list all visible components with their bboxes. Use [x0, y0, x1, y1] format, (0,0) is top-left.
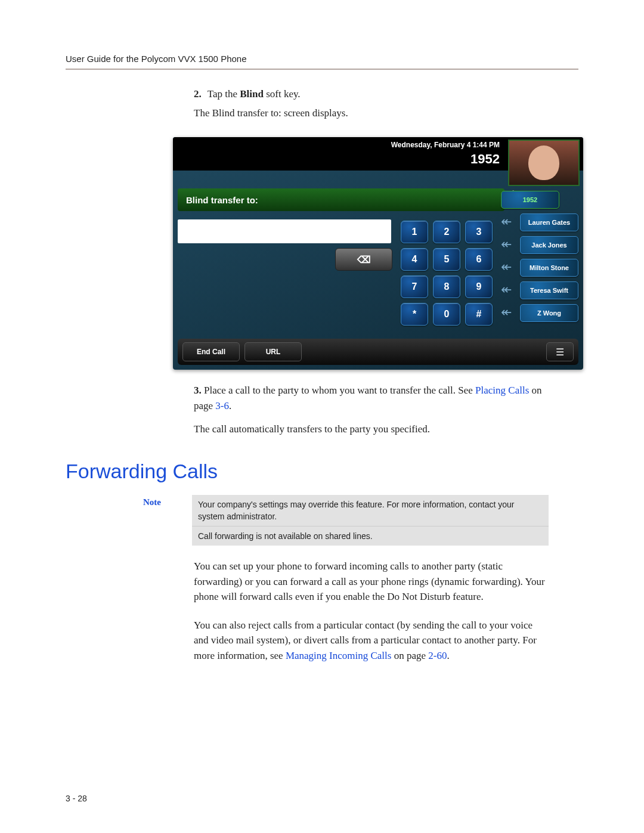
placing-calls-link[interactable]: Placing Calls [475, 385, 529, 396]
side-contact-button[interactable]: Z Wong [520, 304, 578, 322]
forwarding-para-1: You can set up your phone to forward inc… [194, 559, 549, 605]
arrow-icon [501, 306, 516, 320]
side-buttons: 1952 Lauren Gates Jack Jones Milton Ston… [501, 191, 578, 322]
placing-calls-page[interactable]: 3-6 [215, 400, 229, 411]
step-text-pre: Tap the [208, 88, 240, 100]
key-2[interactable]: 2 [433, 221, 460, 243]
arrow-icon [501, 283, 516, 298]
section-heading-forwarding-calls: Forwarding Calls [66, 460, 578, 483]
step-number: 2. [194, 88, 202, 100]
step-substep: The Blind transfer to: screen displays. [194, 106, 549, 121]
dial-input[interactable] [178, 219, 391, 243]
note-body: Your company's settings may override thi… [192, 495, 549, 546]
end-call-button[interactable]: End Call [182, 342, 240, 361]
step-number: 3. [194, 385, 202, 396]
managing-calls-page[interactable]: 2-60 [428, 650, 447, 661]
key-8[interactable]: 8 [433, 275, 460, 298]
step3-post: . [229, 400, 231, 411]
followup-text: The call automatically transfers to the … [194, 422, 549, 437]
arrow-icon [501, 215, 516, 230]
forwarding-para-2: You can also reject calls from a particu… [194, 618, 549, 664]
backspace-button[interactable]: ⌫ [335, 248, 392, 271]
p2-c: . [447, 650, 449, 661]
side-contact-button[interactable]: Teresa Swift [520, 281, 578, 299]
key-7[interactable]: 7 [401, 275, 428, 298]
avatar [508, 140, 580, 186]
menu-icon: ☰ [556, 346, 564, 358]
page-number: 3 - 28 [66, 794, 87, 803]
key-6[interactable]: 6 [465, 248, 493, 271]
note-paragraph-1: Your company's settings may override thi… [192, 495, 549, 527]
arrow-icon [501, 238, 516, 252]
key-4[interactable]: 4 [401, 248, 428, 271]
key-1[interactable]: 1 [401, 221, 428, 243]
key-star[interactable]: * [401, 303, 428, 326]
blind-transfer-bar: Blind transfer to: [178, 188, 504, 211]
side-contact-button[interactable]: Lauren Gates [520, 213, 578, 231]
key-0[interactable]: 0 [433, 303, 460, 326]
header-rule [66, 69, 578, 70]
step-2: 2. Tap the Blind soft key. The Blind tra… [194, 86, 549, 120]
note-label: Note [143, 495, 192, 507]
key-3[interactable]: 3 [465, 221, 493, 243]
step-3: 3. Place a call to the party to whom you… [194, 383, 549, 413]
note-paragraph-2: Call forwarding is not available on shar… [192, 527, 549, 546]
side-extension-button[interactable]: 1952 [501, 191, 559, 209]
phone-extension: 1952 [470, 151, 500, 167]
step-text-post: soft key. [264, 88, 301, 100]
arrow-icon [501, 261, 516, 275]
running-header: User Guide for the Polycom VVX 1500 Phon… [66, 54, 578, 64]
note-block: Note Your company's settings may overrid… [143, 495, 549, 546]
phone-datetime: Wednesday, February 4 1:44 PM [391, 141, 500, 149]
p2-b: on page [391, 650, 428, 661]
blind-bold: Blind [240, 88, 264, 100]
key-5[interactable]: 5 [433, 248, 460, 271]
side-contact-button[interactable]: Milton Stone [520, 259, 578, 277]
key-hash[interactable]: # [465, 303, 493, 326]
side-contact-button[interactable]: Jack Jones [520, 236, 578, 254]
menu-icon-button[interactable]: ☰ [546, 342, 574, 361]
phone-screenshot: Wednesday, February 4 1:44 PM 1952 Blind… [173, 137, 583, 370]
key-9[interactable]: 9 [465, 275, 493, 298]
keypad: 1 2 3 4 5 6 7 8 9 * 0 # [398, 218, 495, 328]
managing-calls-link[interactable]: Managing Incoming Calls [286, 650, 392, 661]
step3-text-a: Place a call to the party to whom you wa… [204, 385, 475, 396]
url-button[interactable]: URL [244, 342, 302, 361]
softkey-bar: End Call URL ☰ [178, 339, 578, 365]
